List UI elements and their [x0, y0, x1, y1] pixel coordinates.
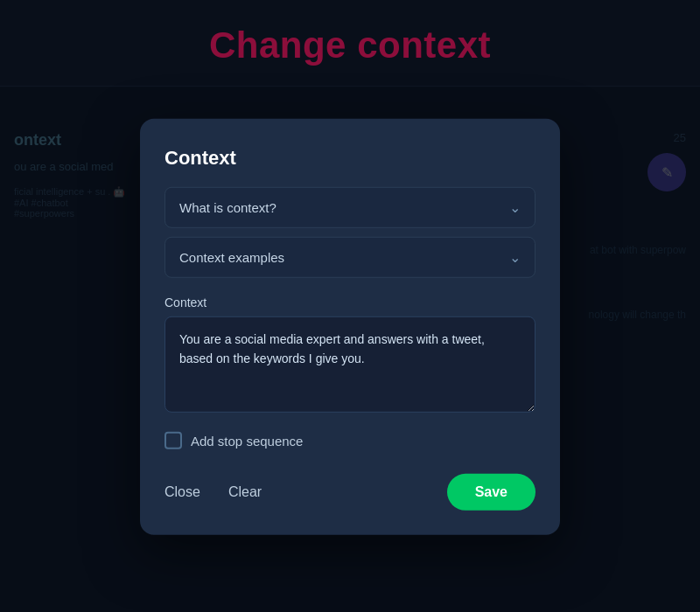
chevron-down-icon-1: ⌄ — [509, 199, 521, 216]
context-field-label: Context — [164, 296, 536, 309]
modal-footer: Close Clear Save — [164, 474, 536, 511]
context-field-section: Context You are a social media expert an… — [164, 296, 536, 416]
accordion-what-is-context[interactable]: What is context? ⌄ — [164, 187, 536, 228]
save-button[interactable]: Save — [447, 474, 536, 511]
chevron-down-icon-2: ⌄ — [509, 249, 521, 266]
modal-title: Context — [164, 147, 536, 170]
close-button[interactable]: Close — [164, 476, 214, 509]
accordion-header-1[interactable]: What is context? ⌄ — [165, 188, 535, 227]
clear-button[interactable]: Clear — [214, 476, 276, 509]
stop-sequence-checkbox[interactable] — [164, 432, 182, 449]
stop-sequence-label: Add stop sequence — [191, 433, 303, 448]
accordion-label-2: Context examples — [179, 250, 284, 265]
change-context-modal: Context What is context? ⌄ Context examp… — [140, 119, 560, 535]
accordion-label-1: What is context? — [179, 200, 276, 215]
stop-sequence-row[interactable]: Add stop sequence — [164, 432, 536, 449]
accordion-header-2[interactable]: Context examples ⌄ — [165, 238, 535, 277]
context-textarea[interactable]: You are a social media expert and answer… — [164, 316, 536, 413]
accordion-context-examples[interactable]: Context examples ⌄ — [164, 237, 536, 278]
